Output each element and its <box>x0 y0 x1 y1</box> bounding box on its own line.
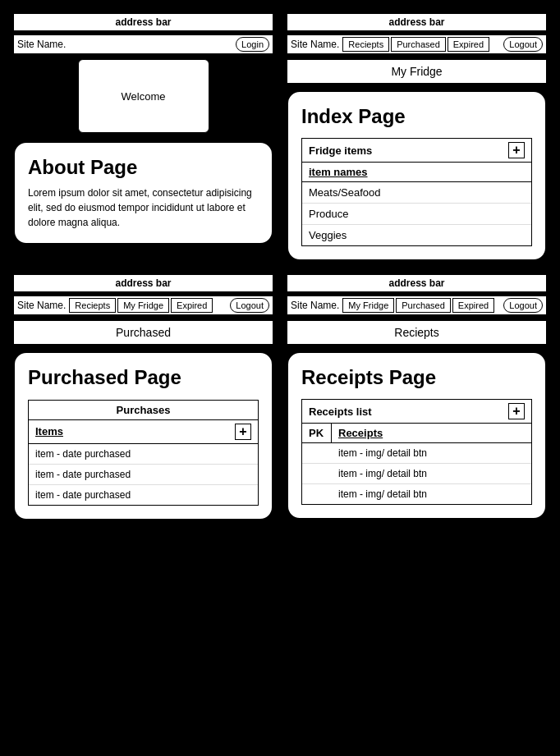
purchased-card: Purchased Page Purchases Items + item - … <box>13 351 273 520</box>
welcome-box: Welcome <box>78 59 209 133</box>
address-bar-bottom-right: address bar <box>287 274 547 292</box>
fridge-row-1: Meats/Seafood <box>302 182 531 204</box>
nav-purchased-top-right[interactable]: Purchased <box>391 37 446 52</box>
receipt-row-2: item - img/ detail btn <box>302 464 531 484</box>
fridge-items-label: Fridge items <box>309 144 372 157</box>
address-bar-top-left: address bar <box>13 13 273 31</box>
purchased-page-header: Purchased <box>13 320 273 345</box>
purchases-col-header: Items + <box>29 420 258 444</box>
add-purchase-button[interactable]: + <box>235 424 251 440</box>
nav-receipts-bottom-left[interactable]: Reciepts <box>69 298 116 313</box>
receipts-title: Receipts Page <box>301 366 532 389</box>
fridge-row-2: Produce <box>302 204 531 225</box>
nav-bar-bottom-right: Site Name. My Fridge Purchased Expired L… <box>287 296 547 315</box>
site-name-bottom-right: Site Name. <box>291 300 339 311</box>
nav-my-fridge-bottom-right[interactable]: My Fridge <box>342 298 394 313</box>
purchase-row-2: item - date purchased <box>29 465 258 485</box>
nav-expired-bottom-right[interactable]: Expired <box>452 298 494 313</box>
login-button[interactable]: Login <box>236 37 269 52</box>
my-fridge-header: My Fridge <box>287 59 547 84</box>
index-card: Index Page Fridge items + item names Mea… <box>287 90 547 261</box>
fridge-row-3: Veggies <box>302 225 531 245</box>
site-name-bottom-left: Site Name. <box>17 300 66 311</box>
purchase-row-1: item - date purchased <box>29 444 258 465</box>
address-bar-top-right: address bar <box>287 13 547 31</box>
receipts-page-header: Reciepts <box>287 320 547 345</box>
about-body: Lorem ipsum dolor sit amet, consectetur … <box>28 186 259 230</box>
nav-bar-bottom-left: Site Name. Reciepts My Fridge Expired Lo… <box>13 296 273 315</box>
receipts-card: Receipts Page Receipts list + PK Receipt… <box>287 351 547 520</box>
welcome-text: Welcome <box>122 90 166 103</box>
index-title: Index Page <box>301 105 532 128</box>
logout-button-top-right[interactable]: Logout <box>503 37 543 52</box>
receipt-row-1: item - img/ detail btn <box>302 443 531 464</box>
receipts-pk-label: PK <box>302 424 332 442</box>
receipts-table-header: Receipts list + <box>302 400 531 424</box>
nav-bar-top-left: Site Name. Login <box>13 34 273 54</box>
nav-receipts-top-right[interactable]: Reciepts <box>342 37 389 52</box>
logout-button-bottom-right[interactable]: Logout <box>503 298 543 313</box>
purchases-table: Purchases Items + item - date purchased … <box>28 400 259 506</box>
fridge-table-header: Fridge items + <box>302 139 531 163</box>
nav-my-fridge-bottom-left[interactable]: My Fridge <box>117 298 169 313</box>
nav-purchased-bottom-right[interactable]: Purchased <box>396 298 451 313</box>
fridge-col-header: item names <box>302 163 531 182</box>
site-name-top-left: Site Name. <box>17 39 66 50</box>
receipts-col-header: PK Receipts <box>302 424 531 443</box>
receipts-table: Receipts list + PK Receipts item - img/ … <box>301 399 532 505</box>
nav-expired-top-right[interactable]: Expired <box>448 37 489 52</box>
purchase-row-3: item - date purchased <box>29 485 258 505</box>
receipts-receipts-label: Receipts <box>332 424 389 442</box>
about-card: About Page Lorem ipsum dolor sit amet, c… <box>13 141 273 245</box>
nav-bar-top-right: Site Name. Reciepts Purchased Expired Lo… <box>287 34 547 54</box>
purchases-table-header: Purchases <box>29 401 258 420</box>
about-title: About Page <box>28 156 259 179</box>
fridge-table: Fridge items + item names Meats/Seafood … <box>301 138 532 246</box>
receipts-list-label: Receipts list <box>309 405 372 418</box>
add-receipt-button[interactable]: + <box>508 403 525 419</box>
purchases-items-label: Items <box>35 425 63 438</box>
receipt-row-3: item - img/ detail btn <box>302 484 531 504</box>
address-bar-bottom-left: address bar <box>13 274 273 292</box>
add-fridge-item-button[interactable]: + <box>508 142 525 158</box>
purchased-title: Purchased Page <box>28 366 259 390</box>
nav-expired-bottom-left[interactable]: Expired <box>171 298 213 313</box>
logout-button-bottom-left[interactable]: Logout <box>230 298 269 313</box>
site-name-top-right: Site Name. <box>291 39 339 50</box>
